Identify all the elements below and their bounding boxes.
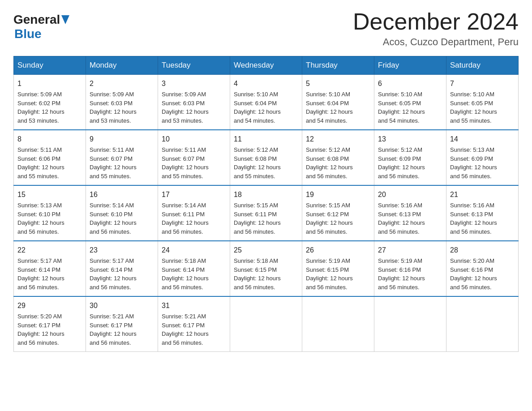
day-of-week-header: Friday xyxy=(374,56,446,75)
day-info: Sunrise: 5:10 AMSunset: 6:04 PMDaylight:… xyxy=(306,91,353,124)
day-number: 1 xyxy=(17,78,82,89)
day-info: Sunrise: 5:18 AMSunset: 6:15 PMDaylight:… xyxy=(234,257,281,291)
day-info: Sunrise: 5:10 AMSunset: 6:05 PMDaylight:… xyxy=(378,91,425,124)
day-number: 19 xyxy=(306,189,370,200)
calendar-week-row: 8 Sunrise: 5:11 AMSunset: 6:06 PMDayligh… xyxy=(14,130,519,185)
calendar-cell: 30 Sunrise: 5:21 AMSunset: 6:17 PMDaylig… xyxy=(86,296,158,352)
day-info: Sunrise: 5:15 AMSunset: 6:11 PMDaylight:… xyxy=(234,202,281,235)
day-info: Sunrise: 5:18 AMSunset: 6:14 PMDaylight:… xyxy=(162,257,209,291)
day-number: 22 xyxy=(17,245,82,256)
calendar-week-row: 22 Sunrise: 5:17 AMSunset: 6:14 PMDaylig… xyxy=(14,241,519,296)
logo-arrow-icon xyxy=(61,15,69,26)
day-of-week-header: Tuesday xyxy=(158,56,230,75)
calendar-cell: 9 Sunrise: 5:11 AMSunset: 6:07 PMDayligh… xyxy=(86,130,158,185)
day-number: 16 xyxy=(90,189,154,200)
day-number: 30 xyxy=(90,300,154,311)
day-info: Sunrise: 5:21 AMSunset: 6:17 PMDaylight:… xyxy=(90,313,137,346)
day-number: 8 xyxy=(17,134,82,145)
logo: General Blue xyxy=(13,9,69,41)
day-info: Sunrise: 5:17 AMSunset: 6:14 PMDaylight:… xyxy=(17,257,64,291)
day-info: Sunrise: 5:13 AMSunset: 6:09 PMDaylight:… xyxy=(450,146,497,180)
calendar-cell xyxy=(230,296,302,352)
calendar-cell: 1 Sunrise: 5:09 AMSunset: 6:02 PMDayligh… xyxy=(14,75,86,130)
calendar-cell: 17 Sunrise: 5:14 AMSunset: 6:11 PMDaylig… xyxy=(158,185,230,241)
day-number: 20 xyxy=(378,189,442,200)
day-number: 26 xyxy=(306,245,370,256)
day-info: Sunrise: 5:13 AMSunset: 6:10 PMDaylight:… xyxy=(17,202,64,235)
calendar-cell: 13 Sunrise: 5:12 AMSunset: 6:09 PMDaylig… xyxy=(374,130,446,185)
day-number: 5 xyxy=(306,78,370,89)
month-title: December 2024 xyxy=(353,9,519,34)
calendar-cell: 6 Sunrise: 5:10 AMSunset: 6:05 PMDayligh… xyxy=(374,75,446,130)
day-info: Sunrise: 5:16 AMSunset: 6:13 PMDaylight:… xyxy=(450,202,497,235)
day-of-week-header: Saturday xyxy=(446,56,519,75)
calendar-cell: 12 Sunrise: 5:12 AMSunset: 6:08 PMDaylig… xyxy=(302,130,374,185)
day-number: 21 xyxy=(450,189,515,200)
day-of-week-header: Monday xyxy=(86,56,158,75)
calendar-cell: 2 Sunrise: 5:09 AMSunset: 6:03 PMDayligh… xyxy=(86,75,158,130)
svg-marker-0 xyxy=(61,15,69,24)
location-title: Acos, Cuzco Department, Peru xyxy=(353,36,519,48)
calendar-cell: 5 Sunrise: 5:10 AMSunset: 6:04 PMDayligh… xyxy=(302,75,374,130)
calendar-week-row: 15 Sunrise: 5:13 AMSunset: 6:10 PMDaylig… xyxy=(14,185,519,241)
day-number: 18 xyxy=(234,189,298,200)
day-number: 25 xyxy=(234,245,298,256)
day-number: 15 xyxy=(17,189,82,200)
calendar-cell: 16 Sunrise: 5:14 AMSunset: 6:10 PMDaylig… xyxy=(86,185,158,241)
day-number: 2 xyxy=(90,78,154,89)
calendar-cell: 15 Sunrise: 5:13 AMSunset: 6:10 PMDaylig… xyxy=(14,185,86,241)
day-info: Sunrise: 5:17 AMSunset: 6:14 PMDaylight:… xyxy=(90,257,137,291)
day-info: Sunrise: 5:12 AMSunset: 6:08 PMDaylight:… xyxy=(306,146,353,180)
title-section: December 2024 Acos, Cuzco Department, Pe… xyxy=(353,9,519,48)
day-info: Sunrise: 5:11 AMSunset: 6:07 PMDaylight:… xyxy=(90,146,137,180)
calendar-cell: 24 Sunrise: 5:18 AMSunset: 6:14 PMDaylig… xyxy=(158,241,230,296)
day-info: Sunrise: 5:20 AMSunset: 6:16 PMDaylight:… xyxy=(450,257,497,291)
day-number: 31 xyxy=(162,300,226,311)
calendar-cell: 23 Sunrise: 5:17 AMSunset: 6:14 PMDaylig… xyxy=(86,241,158,296)
day-info: Sunrise: 5:14 AMSunset: 6:10 PMDaylight:… xyxy=(90,202,137,235)
day-info: Sunrise: 5:09 AMSunset: 6:02 PMDaylight:… xyxy=(17,91,64,124)
calendar-cell xyxy=(446,296,519,352)
day-number: 14 xyxy=(450,134,515,145)
calendar-week-row: 29 Sunrise: 5:20 AMSunset: 6:17 PMDaylig… xyxy=(14,296,519,352)
day-info: Sunrise: 5:19 AMSunset: 6:16 PMDaylight:… xyxy=(378,257,425,291)
day-info: Sunrise: 5:12 AMSunset: 6:08 PMDaylight:… xyxy=(234,146,281,180)
day-info: Sunrise: 5:20 AMSunset: 6:17 PMDaylight:… xyxy=(17,313,64,346)
day-info: Sunrise: 5:16 AMSunset: 6:13 PMDaylight:… xyxy=(378,202,425,235)
day-number: 9 xyxy=(90,134,154,145)
calendar-cell: 4 Sunrise: 5:10 AMSunset: 6:04 PMDayligh… xyxy=(230,75,302,130)
day-info: Sunrise: 5:12 AMSunset: 6:09 PMDaylight:… xyxy=(378,146,425,180)
calendar-cell: 11 Sunrise: 5:12 AMSunset: 6:08 PMDaylig… xyxy=(230,130,302,185)
day-info: Sunrise: 5:09 AMSunset: 6:03 PMDaylight:… xyxy=(162,91,209,124)
calendar-table: SundayMondayTuesdayWednesdayThursdayFrid… xyxy=(13,56,519,352)
calendar-cell: 29 Sunrise: 5:20 AMSunset: 6:17 PMDaylig… xyxy=(14,296,86,352)
day-info: Sunrise: 5:11 AMSunset: 6:06 PMDaylight:… xyxy=(17,146,64,180)
logo-general-text: General xyxy=(13,13,60,27)
calendar-cell: 18 Sunrise: 5:15 AMSunset: 6:11 PMDaylig… xyxy=(230,185,302,241)
calendar-cell xyxy=(374,296,446,352)
day-number: 11 xyxy=(234,134,298,145)
day-number: 23 xyxy=(90,245,154,256)
page-header: General Blue December 2024 Acos, Cuzco D… xyxy=(13,9,519,48)
day-number: 17 xyxy=(162,189,226,200)
calendar-week-row: 1 Sunrise: 5:09 AMSunset: 6:02 PMDayligh… xyxy=(14,75,519,130)
day-number: 24 xyxy=(162,245,226,256)
calendar-cell: 22 Sunrise: 5:17 AMSunset: 6:14 PMDaylig… xyxy=(14,241,86,296)
day-of-week-header: Thursday xyxy=(302,56,374,75)
day-info: Sunrise: 5:10 AMSunset: 6:05 PMDaylight:… xyxy=(450,91,497,124)
day-number: 10 xyxy=(162,134,226,145)
calendar-cell: 14 Sunrise: 5:13 AMSunset: 6:09 PMDaylig… xyxy=(446,130,519,185)
calendar-cell: 20 Sunrise: 5:16 AMSunset: 6:13 PMDaylig… xyxy=(374,185,446,241)
day-info: Sunrise: 5:10 AMSunset: 6:04 PMDaylight:… xyxy=(234,91,281,124)
calendar-cell: 8 Sunrise: 5:11 AMSunset: 6:06 PMDayligh… xyxy=(14,130,86,185)
day-info: Sunrise: 5:11 AMSunset: 6:07 PMDaylight:… xyxy=(162,146,209,180)
calendar-cell: 28 Sunrise: 5:20 AMSunset: 6:16 PMDaylig… xyxy=(446,241,519,296)
calendar-cell: 3 Sunrise: 5:09 AMSunset: 6:03 PMDayligh… xyxy=(158,75,230,130)
calendar-cell: 25 Sunrise: 5:18 AMSunset: 6:15 PMDaylig… xyxy=(230,241,302,296)
day-number: 6 xyxy=(378,78,442,89)
calendar-cell: 7 Sunrise: 5:10 AMSunset: 6:05 PMDayligh… xyxy=(446,75,519,130)
day-number: 13 xyxy=(378,134,442,145)
day-number: 29 xyxy=(17,300,82,311)
day-number: 27 xyxy=(378,245,442,256)
day-info: Sunrise: 5:21 AMSunset: 6:17 PMDaylight:… xyxy=(162,313,209,346)
